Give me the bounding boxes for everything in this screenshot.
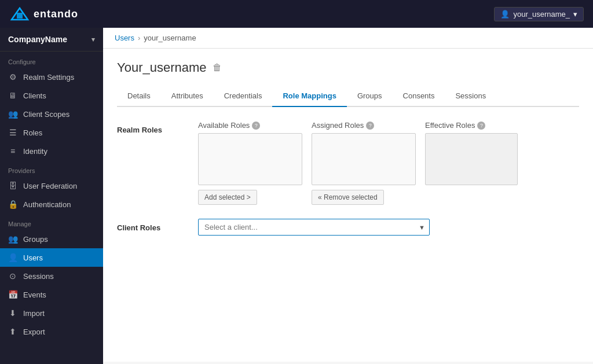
sidebar-item-identity[interactable]: ≡ Identity	[0, 142, 103, 160]
logo: entando	[9, 3, 78, 24]
users-icon: 👤	[8, 253, 17, 262]
realm-settings-icon: ⚙	[8, 72, 17, 82]
sidebar-item-export[interactable]: ⬆ Export	[0, 322, 103, 341]
user-menu-chevron: ▾	[573, 10, 577, 19]
roles-icon: ☰	[8, 128, 17, 137]
main-layout: CompanyName ▾ Configure ⚙ Realm Settings…	[0, 28, 593, 364]
available-roles-column: Available Roles ? Add selected >	[198, 121, 302, 205]
configure-section-label: Configure	[0, 52, 103, 68]
clients-icon: 🖥	[8, 91, 17, 100]
logo-icon	[9, 3, 30, 24]
export-icon: ⬆	[8, 327, 17, 336]
sidebar-item-label: Users	[23, 253, 43, 262]
sidebar-item-import[interactable]: ⬇ Import	[0, 304, 103, 322]
groups-icon: 👥	[8, 234, 17, 244]
role-mappings-content: Realm Roles Available Roles ? Add select…	[117, 121, 579, 236]
sidebar-item-client-scopes[interactable]: 👥 Client Scopes	[0, 105, 103, 123]
delete-icon[interactable]: 🗑	[213, 62, 222, 73]
client-select-wrapper: ▼	[198, 219, 430, 236]
client-roles-row: ▼	[198, 219, 579, 236]
breadcrumb-separator: ›	[138, 34, 140, 42]
remove-selected-button[interactable]: « Remove selected	[312, 190, 384, 205]
company-name: CompanyName	[8, 35, 67, 44]
sidebar-item-label: Client Scopes	[23, 110, 69, 119]
realm-roles-label: Realm Roles	[117, 121, 198, 134]
company-chevron: ▾	[91, 36, 95, 43]
sidebar-item-realm-settings[interactable]: ⚙ Realm Settings	[0, 68, 103, 86]
sidebar-item-events[interactable]: 📅 Events	[0, 285, 103, 304]
main-content: Users › your_username Your_username 🗑 De…	[103, 28, 593, 364]
sidebar-item-label: Realm Settings	[23, 73, 74, 82]
available-roles-header: Available Roles ?	[198, 121, 302, 130]
username-label: your_username_	[513, 10, 570, 19]
user-federation-icon: 🗄	[8, 181, 17, 190]
tab-groups[interactable]: Groups	[347, 86, 393, 107]
svg-rect-2	[17, 13, 23, 19]
logo-text: entando	[34, 8, 78, 20]
user-menu[interactable]: 👤 your_username_ ▾	[494, 7, 584, 21]
effective-roles-column: Effective Roles ?	[425, 121, 518, 185]
available-roles-label: Available Roles	[198, 121, 250, 130]
import-icon: ⬇	[8, 308, 17, 318]
effective-roles-listbox	[425, 133, 518, 185]
sidebar-item-label: Sessions	[23, 272, 54, 281]
sidebar-item-label: Clients	[23, 91, 46, 100]
sidebar-item-label: Events	[23, 291, 46, 299]
sidebar-item-sessions[interactable]: ⊙ Sessions	[0, 267, 103, 285]
tab-consents[interactable]: Consents	[393, 86, 445, 107]
assigned-roles-header: Assigned Roles ?	[312, 121, 416, 130]
sidebar-item-clients[interactable]: 🖥 Clients	[0, 86, 103, 105]
providers-section-label: Providers	[0, 160, 103, 177]
tab-role-mappings[interactable]: Role Mappings	[272, 86, 346, 107]
breadcrumb-current: your_username	[144, 34, 196, 42]
manage-section-label: Manage	[0, 214, 103, 230]
sessions-icon: ⊙	[8, 271, 17, 281]
breadcrumb: Users › your_username	[103, 28, 593, 49]
assigned-roles-column: Assigned Roles ? « Remove selected	[312, 121, 416, 205]
tabs: Details Attributes Credentials Role Mapp…	[117, 86, 579, 107]
sidebar-item-label: Export	[23, 328, 45, 336]
tab-attributes[interactable]: Attributes	[161, 86, 214, 107]
sidebar-item-roles[interactable]: ☰ Roles	[0, 123, 103, 142]
realm-roles-columns: Available Roles ? Add selected > Assigne…	[198, 121, 579, 205]
top-header: entando 👤 your_username_ ▾	[0, 0, 593, 28]
assigned-roles-listbox[interactable]	[312, 133, 416, 185]
effective-roles-header: Effective Roles ?	[425, 121, 518, 130]
client-select-input[interactable]	[198, 219, 430, 236]
page-title-row: Your_username 🗑	[117, 60, 579, 75]
identity-icon: ≡	[8, 146, 17, 156]
sidebar-item-label: User Federation	[23, 182, 77, 190]
client-roles-label: Client Roles	[117, 219, 198, 232]
tab-credentials[interactable]: Credentials	[214, 86, 273, 107]
sidebar-item-user-federation[interactable]: 🗄 User Federation	[0, 177, 103, 195]
assigned-roles-help-icon[interactable]: ?	[366, 122, 374, 130]
sidebar-item-label: Authentication	[23, 200, 71, 209]
authentication-icon: 🔒	[8, 200, 17, 209]
sidebar-item-authentication[interactable]: 🔒 Authentication	[0, 195, 103, 214]
page-title: Your_username	[117, 60, 207, 75]
add-selected-button[interactable]: Add selected >	[198, 190, 257, 205]
breadcrumb-parent[interactable]: Users	[115, 34, 134, 42]
sidebar-item-label: Identity	[23, 147, 47, 156]
assigned-roles-label: Assigned Roles	[312, 121, 364, 130]
tab-details[interactable]: Details	[117, 86, 161, 107]
sidebar-item-label: Roles	[23, 128, 42, 137]
sidebar: CompanyName ▾ Configure ⚙ Realm Settings…	[0, 28, 103, 364]
sidebar-item-label: Groups	[23, 235, 48, 244]
company-row[interactable]: CompanyName ▾	[0, 28, 103, 52]
effective-roles-help-icon[interactable]: ?	[477, 122, 485, 130]
user-icon: 👤	[500, 10, 510, 19]
available-roles-listbox[interactable]	[198, 133, 302, 185]
tab-sessions[interactable]: Sessions	[445, 86, 496, 107]
sidebar-item-users[interactable]: 👤 Users	[0, 248, 103, 267]
available-roles-help-icon[interactable]: ?	[252, 122, 260, 130]
events-icon: 📅	[8, 290, 17, 299]
page-body: Your_username 🗑 Details Attributes Crede…	[103, 49, 593, 362]
sidebar-item-label: Import	[23, 309, 45, 318]
client-scopes-icon: 👥	[8, 109, 17, 119]
effective-roles-label: Effective Roles	[425, 121, 475, 130]
sidebar-item-groups[interactable]: 👥 Groups	[0, 230, 103, 248]
